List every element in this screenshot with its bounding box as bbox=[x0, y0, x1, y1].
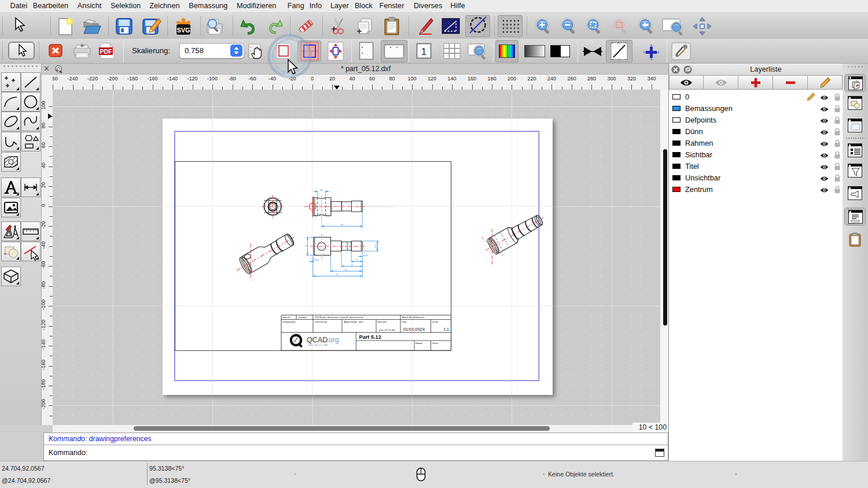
svg-text:Ø10: Ø10 bbox=[375, 244, 377, 248]
svg-text:Approved by - date: Approved by - date bbox=[344, 320, 364, 323]
svg-text:part_05.12.dxf: part_05.12.dxf bbox=[379, 328, 395, 331]
svg-text:1x45°: 1x45° bbox=[314, 259, 320, 261]
svg-text:Article No./Reference: Article No./Reference bbox=[402, 316, 425, 319]
svg-text:1x45°: 1x45° bbox=[363, 254, 369, 257]
svg-text:21: 21 bbox=[351, 263, 354, 266]
svg-text:Scale: Scale bbox=[432, 320, 439, 323]
svg-text:Edition: Edition bbox=[415, 342, 422, 345]
svg-text:Title/Name, destination, mater: Title/Name, destination, material, dimen… bbox=[315, 316, 363, 319]
svg-text:Designed by: Designed by bbox=[282, 320, 295, 323]
svg-text:11: 11 bbox=[356, 258, 359, 261]
svg-text:Filename: Filename bbox=[377, 320, 387, 323]
svg-text:Ø8: Ø8 bbox=[320, 188, 323, 191]
svg-text:Sheet: Sheet bbox=[432, 342, 439, 345]
svg-text:01/01/2024: 01/01/2024 bbox=[403, 327, 425, 332]
svg-text:37: 37 bbox=[345, 268, 348, 271]
svg-text:50: 50 bbox=[336, 273, 339, 276]
svg-text:.org: .org bbox=[326, 336, 339, 344]
svg-text:18: 18 bbox=[304, 245, 307, 247]
svg-text:1: 1 bbox=[421, 47, 426, 57]
svg-text:61: 61 bbox=[341, 223, 344, 226]
svg-text:QCAD: QCAD bbox=[307, 336, 328, 344]
svg-text:Ø9: Ø9 bbox=[345, 245, 347, 247]
svg-text:Quantity: Quantity bbox=[298, 316, 307, 319]
svg-text:Date: Date bbox=[402, 320, 407, 323]
svg-text:Part 5.12: Part 5.12 bbox=[359, 334, 381, 340]
svg-text:Checked by: Checked by bbox=[315, 320, 327, 323]
svg-text:PDF: PDF bbox=[100, 49, 112, 55]
svg-text:SVG: SVG bbox=[176, 27, 190, 34]
svg-text:1:1: 1:1 bbox=[443, 327, 449, 331]
svg-text:Open Source CAD: Open Source CAD bbox=[307, 343, 328, 346]
svg-text:Item ref: Item ref bbox=[282, 316, 290, 319]
